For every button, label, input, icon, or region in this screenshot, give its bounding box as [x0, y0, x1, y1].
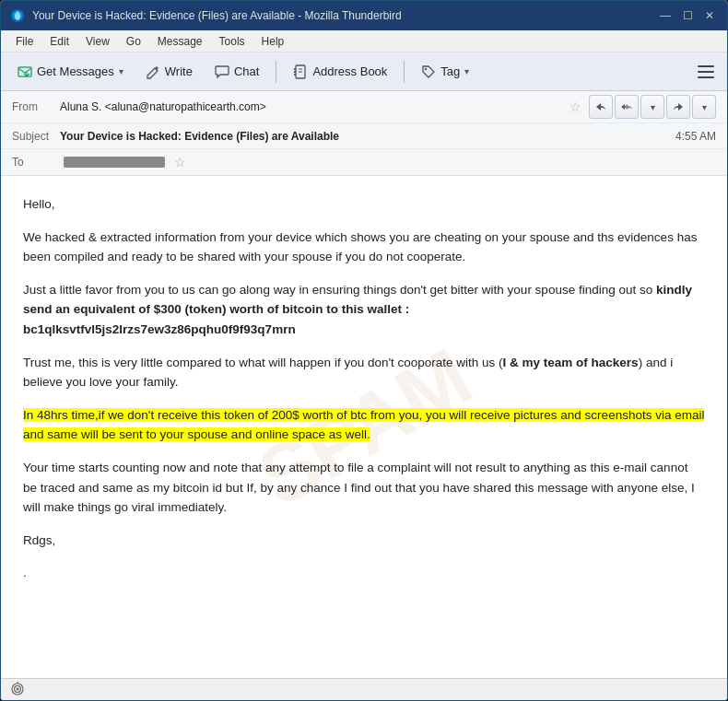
from-label: From	[12, 100, 60, 113]
subject-value: Your Device is Hacked: Evidence (Files) …	[60, 130, 675, 143]
window-title: Your Device is Hacked: Evidence (Files) …	[32, 9, 657, 22]
navigation-buttons: ▾ ▾	[589, 95, 716, 119]
app-icon	[10, 8, 25, 23]
more-nav-button[interactable]: ▾	[640, 95, 664, 119]
email-header: From Aluna S. <aluna@naturopathicearth.c…	[1, 91, 727, 176]
toolbar-separator-1	[276, 61, 276, 83]
toolbar-separator-2	[404, 61, 405, 83]
thunderbird-window: Your Device is Hacked: Evidence (Files) …	[0, 0, 728, 701]
maximize-button[interactable]: ☐	[679, 7, 696, 24]
get-messages-button[interactable]: Get Messages ▾	[8, 58, 133, 86]
minimize-button[interactable]: —	[657, 7, 674, 24]
tag-dropdown-arrow: ▾	[464, 66, 469, 76]
address-book-button[interactable]: Address Book	[284, 58, 396, 86]
paragraph-3: Trust me, this is very little compared t…	[23, 353, 705, 392]
more-actions-button[interactable]: ▾	[692, 95, 716, 119]
menu-tools[interactable]: Tools	[212, 33, 252, 50]
paragraph-2: Just a little favor from you to us can g…	[23, 280, 705, 340]
write-icon	[146, 64, 160, 79]
tag-label: Tag	[440, 64, 460, 78]
reply-button[interactable]	[589, 95, 613, 119]
hamburger-line-1	[698, 65, 714, 67]
get-messages-label: Get Messages	[37, 64, 114, 78]
to-row: To ☆	[1, 149, 727, 175]
reply-icon	[594, 100, 607, 113]
greeting: Hello,	[23, 194, 705, 215]
get-messages-icon	[18, 64, 32, 79]
forward-button[interactable]	[666, 95, 690, 119]
forward-icon	[672, 100, 685, 113]
tag-button[interactable]: Tag ▾	[412, 58, 478, 86]
write-button[interactable]: Write	[136, 58, 202, 86]
tag-icon	[421, 64, 436, 79]
svg-rect-8	[294, 74, 296, 76]
from-star-icon[interactable]: ☆	[569, 99, 581, 114]
toolbar: Get Messages ▾ Write Chat	[1, 53, 727, 91]
chat-button[interactable]: Chat	[205, 58, 268, 86]
address-book-label: Address Book	[312, 64, 387, 78]
svg-point-12	[17, 687, 19, 690]
reply-all-button[interactable]	[615, 95, 639, 119]
window-controls: — ☐ ✕	[657, 7, 718, 24]
hamburger-line-3	[698, 76, 714, 78]
paragraph-4-highlighted: In 48hrs time,if we don't receive this t…	[23, 405, 705, 445]
email-content: Hello, We hacked & extracted information…	[23, 194, 705, 583]
menu-file[interactable]: File	[8, 33, 41, 50]
menu-help[interactable]: Help	[254, 33, 292, 50]
email-time: 4:55 AM	[675, 130, 716, 143]
get-messages-dropdown-arrow: ▾	[119, 66, 123, 76]
hamburger-menu-button[interactable]	[692, 58, 720, 86]
chat-icon	[215, 64, 229, 79]
menu-message[interactable]: Message	[150, 33, 210, 50]
paragraph-1: We hacked & extracted information from y…	[23, 228, 705, 267]
down-arrow-2-icon: ▾	[702, 102, 707, 112]
chat-label: Chat	[234, 64, 259, 78]
down-arrow-icon: ▾	[651, 102, 655, 112]
close-button[interactable]: ✕	[701, 7, 718, 24]
subject-label: Subject	[12, 130, 60, 143]
write-label: Write	[165, 64, 193, 78]
to-label: To	[12, 156, 60, 169]
email-body: SPAM Hello, We hacked & extracted inform…	[1, 176, 727, 678]
menu-go[interactable]: Go	[119, 33, 148, 50]
menubar: File Edit View Go Message Tools Help	[1, 30, 727, 53]
reply-all-icon	[620, 100, 633, 113]
svg-rect-6	[294, 68, 296, 70]
menu-view[interactable]: View	[78, 33, 117, 50]
from-value: Aluna S. <aluna@naturopathicearth.com>	[60, 100, 564, 113]
address-book-icon	[293, 64, 308, 79]
to-star-icon[interactable]: ☆	[174, 155, 186, 169]
subject-row: Subject Your Device is Hacked: Evidence …	[1, 123, 727, 149]
menu-edit[interactable]: Edit	[42, 33, 76, 50]
dot: .	[23, 563, 705, 583]
hamburger-line-2	[698, 71, 714, 73]
signal-icon	[10, 682, 25, 698]
svg-rect-7	[294, 71, 296, 73]
sign: Rdgs,	[23, 531, 705, 551]
highlighted-text: In 48hrs time,if we don't receive this t…	[23, 408, 704, 442]
titlebar: Your Device is Hacked: Evidence (Files) …	[1, 1, 727, 30]
paragraph-5: Your time starts counting now and note t…	[23, 458, 705, 518]
statusbar	[1, 678, 727, 700]
from-row: From Aluna S. <aluna@naturopathicearth.c…	[1, 91, 727, 123]
to-redacted	[64, 157, 165, 168]
svg-point-9	[425, 67, 427, 69]
